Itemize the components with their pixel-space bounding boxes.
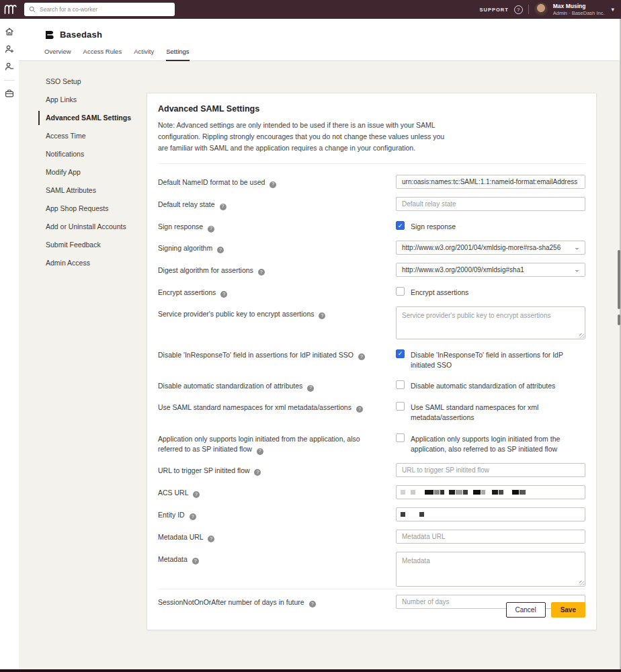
sidebar-item-access-time[interactable]: Access Time: [38, 129, 146, 143]
remove-person-icon[interactable]: [0, 62, 19, 71]
signing-algorithm-selected-value: http://www.w3.org/2001/04/xmldsig-more#r…: [402, 244, 561, 251]
metadata-url-input[interactable]: Metadata URL: [396, 530, 585, 544]
icon-rail: [0, 19, 19, 669]
scrollbar-thumb[interactable]: [618, 250, 620, 309]
sp-public-key-textarea[interactable]: Service provider's public key to encrypt…: [396, 306, 585, 339]
metadata-help-icon[interactable]: ?: [192, 558, 199, 564]
sidebar-item-submit-feedback[interactable]: Submit Feedback: [38, 238, 146, 252]
signing-algorithm-select[interactable]: http://www.w3.org/2001/04/xmldsig-more#r…: [396, 241, 585, 255]
search-input[interactable]: Search for a co-worker: [24, 3, 175, 16]
disable-auto-standardization-help-icon[interactable]: ?: [307, 385, 314, 392]
field-row-sp-initiated-url: URL to trigger SP initited flow ?URL to …: [158, 463, 585, 477]
sidebar-item-saml-attributes[interactable]: SAML Attributes: [38, 183, 146, 198]
encrypt-assertions-checkbox[interactable]: [396, 287, 405, 296]
metadata-url-help-icon[interactable]: ?: [208, 536, 214, 542]
field-row-disable-auto-standardization: Disable automatic standardization of att…: [158, 378, 585, 392]
save-button[interactable]: Save: [551, 602, 585, 618]
briefcase-icon[interactable]: [0, 89, 19, 98]
acs-url-input[interactable]: [396, 485, 585, 499]
sidebar-item-sso-setup[interactable]: SSO Setup: [38, 75, 146, 89]
field-row-sp-initiated-only: Application only supports login initiate…: [158, 431, 585, 456]
saml-standard-namespaces-checkbox[interactable]: [396, 402, 405, 411]
search-placeholder: Search for a co-worker: [40, 6, 97, 13]
digest-algorithm-select[interactable]: http://www.w3.org/2000/09/xmldsig#sha1⌄: [396, 263, 585, 277]
sp-initiated-only-label: Application only supports login initiate…: [158, 431, 396, 456]
metadata-url-placeholder: Metadata URL: [402, 533, 445, 540]
disable-inresponseto-label: Disable 'InResponseTo' field in assertio…: [158, 347, 396, 370]
rail-divider: [4, 80, 15, 81]
page-title: Basedash: [60, 30, 102, 40]
entity-id-input[interactable]: [396, 507, 585, 521]
field-row-default-nameid-format: Default NameID format to be used ?urn:oa…: [158, 175, 585, 189]
sign-response-checkbox[interactable]: ✓: [396, 221, 405, 230]
disable-auto-standardization-checkbox[interactable]: [396, 380, 405, 389]
sidebar-item-modify-app[interactable]: Modify App: [38, 165, 146, 179]
field-row-metadata-url: Metadata URL ?Metadata URL: [158, 530, 585, 544]
topbar-divider: [528, 5, 529, 14]
support-link[interactable]: SUPPORT: [480, 7, 509, 13]
sidebar-item-notifications[interactable]: Notifications: [38, 147, 146, 161]
window-bottom-edge: [0, 669, 621, 672]
sidebar-item-admin-access[interactable]: Admin Access: [38, 256, 146, 270]
saml-standard-namespaces-label: Use SAML standard namespaces for xml met…: [158, 400, 396, 423]
sidebar-item-app-shop-requests[interactable]: App Shop Requests: [38, 202, 146, 216]
add-person-icon[interactable]: [0, 44, 19, 54]
signing-algorithm-help-icon[interactable]: ?: [217, 247, 224, 253]
entity-id-label: Entity ID ?: [158, 507, 396, 521]
default-nameid-format-value: urn:oasis:names:tc:SAML:1.1:nameid-forma…: [402, 178, 577, 185]
sidebar-item-advanced-saml-settings[interactable]: Advanced SAML Settings: [38, 111, 146, 125]
disable-inresponseto-help-icon[interactable]: ?: [358, 353, 365, 360]
signing-algorithm-label: Signing algorithm ?: [158, 241, 396, 255]
scrollbar-thumb-small[interactable]: [618, 314, 620, 325]
help-icon[interactable]: ?: [514, 5, 523, 14]
digest-algorithm-label: Digest algorithm for assertions ?: [158, 263, 396, 277]
sp-initiated-url-help-icon[interactable]: ?: [254, 469, 261, 476]
default-relay-state-help-icon[interactable]: ?: [220, 204, 226, 210]
tab-access-rules[interactable]: Access Rules: [83, 48, 122, 61]
entity-id-redacted-value: [397, 508, 424, 521]
default-nameid-format-help-icon[interactable]: ?: [270, 181, 276, 188]
encrypt-assertions-help-icon[interactable]: ?: [220, 291, 227, 298]
sp-initiated-only-help-icon[interactable]: ?: [257, 448, 263, 455]
user-role: Admin · BaseDash Inc.: [553, 10, 605, 16]
digest-algorithm-help-icon[interactable]: ?: [258, 269, 265, 276]
cancel-button[interactable]: Cancel: [506, 602, 546, 618]
encrypt-assertions-label: Encrypt assertions ?: [158, 285, 396, 298]
disable-auto-standardization-checkbox-label: Disable automatic standardization of att…: [411, 380, 555, 391]
field-row-acs-url: ACS URL ?: [158, 485, 585, 499]
resize-handle[interactable]: [579, 581, 584, 585]
sign-response-checkbox-label: Sign response: [411, 221, 456, 232]
disable-inresponseto-checkbox[interactable]: ✓: [396, 349, 405, 358]
user-menu[interactable]: Max Musing Admin · BaseDash Inc.: [553, 3, 605, 15]
default-nameid-format-input[interactable]: urn:oasis:names:tc:SAML:1.1:nameid-forma…: [396, 175, 585, 189]
sign-response-label: Sign response ?: [158, 219, 396, 233]
sidebar-item-app-links[interactable]: App Links: [38, 93, 146, 107]
entity-id-help-icon[interactable]: ?: [190, 513, 196, 520]
saml-standard-namespaces-checkbox-label: Use SAML standard namespaces for xml met…: [411, 402, 585, 423]
chevron-down-icon[interactable]: ▾: [611, 6, 614, 13]
sidebar-item-add-or-uninstall-accounts[interactable]: Add or Uninstall Accounts: [38, 220, 146, 234]
sp-initiated-url-input[interactable]: URL to trigger SP initited flow: [396, 463, 585, 477]
metadata-textarea[interactable]: Metadata: [396, 552, 585, 587]
user-avatar[interactable]: [534, 3, 548, 16]
default-relay-state-input[interactable]: Default relay state: [396, 197, 585, 211]
encrypt-assertions-checkbox-label: Encrypt assertions: [411, 287, 468, 298]
disable-inresponseto-checkbox-label: Disable 'InResponseTo' field in assertio…: [411, 349, 585, 370]
sp-initiated-only-checkbox[interactable]: [396, 433, 405, 442]
acs-url-help-icon[interactable]: ?: [193, 491, 200, 498]
acs-url-redacted-value: [397, 486, 526, 499]
tab-overview[interactable]: Overview: [44, 48, 71, 61]
home-icon[interactable]: [0, 27, 19, 36]
saml-standard-namespaces-help-icon[interactable]: ?: [356, 406, 363, 413]
sp-public-key-help-icon[interactable]: ?: [319, 312, 325, 319]
tab-activity[interactable]: Activity: [134, 48, 154, 61]
resize-handle[interactable]: [579, 333, 584, 338]
rippling-logo-icon[interactable]: [0, 3, 20, 15]
field-row-signing-algorithm: Signing algorithm ?http://www.w3.org/200…: [158, 241, 585, 255]
digest-algorithm-selected-value: http://www.w3.org/2000/09/xmldsig#sha1: [402, 266, 524, 274]
tab-settings[interactable]: Settings: [166, 48, 189, 61]
sp-initiated-url-label: URL to trigger SP initited flow ?: [158, 463, 396, 477]
sign-response-help-icon[interactable]: ?: [208, 226, 214, 233]
panel-divider: [158, 163, 585, 164]
basedash-logo-icon: [44, 30, 54, 40]
